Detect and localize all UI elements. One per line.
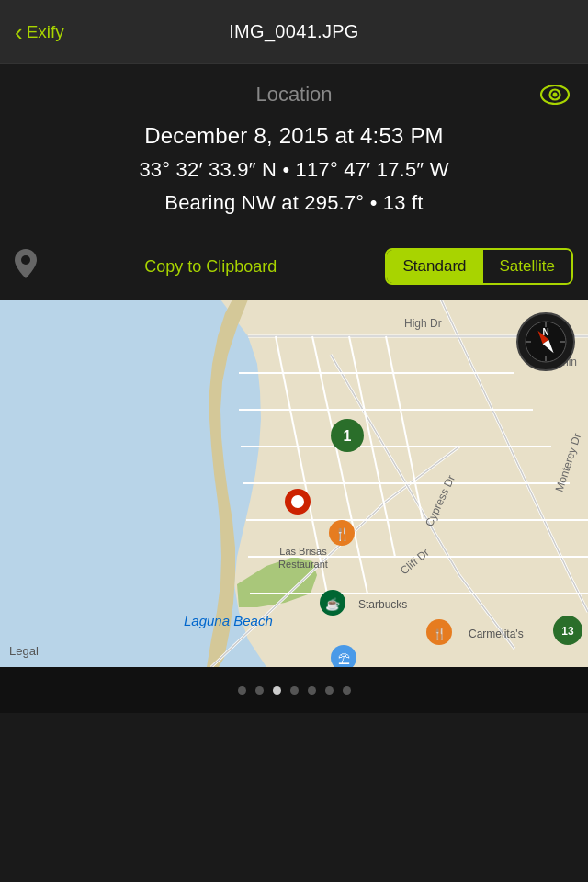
satellite-view-button[interactable]: Satellite [483, 250, 571, 283]
svg-point-3 [21, 255, 30, 265]
svg-text:☕: ☕ [325, 596, 341, 612]
svg-text:1: 1 [344, 428, 352, 444]
copy-to-clipboard-button[interactable]: Copy to Clipboard [48, 257, 374, 277]
svg-point-2 [553, 93, 558, 97]
section-title: Location [18, 83, 570, 107]
page-dot-5[interactable] [325, 686, 334, 695]
back-button[interactable]: ‹ Exify [15, 20, 64, 44]
back-label: Exify [27, 22, 64, 42]
svg-text:🍴: 🍴 [334, 526, 351, 542]
svg-text:13: 13 [561, 625, 574, 638]
compass: N [516, 312, 575, 371]
datetime-text: December 8, 2015 at 4:53 PM [18, 123, 570, 149]
map-view[interactable]: 1 🍴 ☕ Laguna Beach Las Brisas Restaurant… [0, 300, 588, 667]
pin-icon [15, 249, 37, 285]
page-dots [0, 667, 588, 713]
svg-text:⛱: ⛱ [338, 652, 350, 666]
header-title: IMG_0041.JPG [229, 21, 358, 42]
page-dot-1[interactable] [255, 686, 264, 695]
controls-bar: Copy to Clipboard Standard Satellite [0, 248, 588, 300]
bearing-text: Bearing NW at 295.7° • 13 ft [18, 191, 570, 215]
map-view-toggle: Standard Satellite [385, 248, 573, 285]
svg-point-19 [291, 495, 304, 508]
legal-link[interactable]: Legal [9, 644, 39, 658]
info-section: Location December 8, 2015 at 4:53 PM 33°… [0, 64, 588, 248]
back-chevron-icon: ‹ [15, 20, 23, 44]
svg-text:Las Brisas: Las Brisas [279, 546, 327, 557]
svg-text:Laguna Beach: Laguna Beach [184, 613, 273, 628]
coordinates-text: 33° 32′ 33.9″ N • 117° 47′ 17.5″ W [18, 158, 570, 182]
svg-text:High Dr: High Dr [404, 317, 442, 330]
svg-text:Restaurant: Restaurant [278, 559, 328, 570]
svg-text:Starbucks: Starbucks [358, 598, 407, 611]
eye-icon[interactable] [540, 83, 570, 111]
page-dot-4[interactable] [308, 686, 316, 695]
svg-text:Carmelita's: Carmelita's [469, 628, 524, 640]
svg-text:🍴: 🍴 [433, 627, 447, 640]
page-dot-3[interactable] [290, 686, 299, 695]
page-dot-0[interactable] [238, 686, 246, 695]
page-dot-6[interactable] [343, 686, 351, 695]
standard-view-button[interactable]: Standard [387, 250, 483, 283]
header: ‹ Exify IMG_0041.JPG [0, 0, 588, 64]
page-dot-2[interactable] [273, 686, 281, 695]
